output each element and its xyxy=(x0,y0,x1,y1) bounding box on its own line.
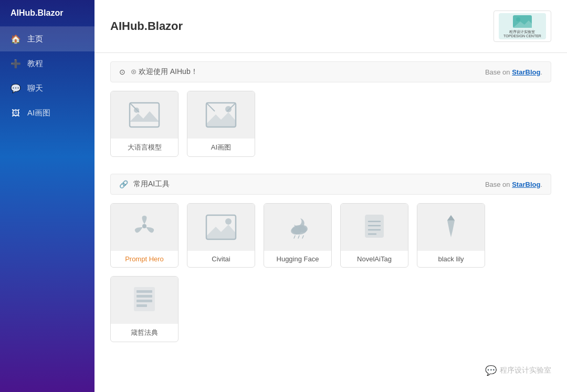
welcome-title: ⊙ ⊙ 欢迎使用 AIHub！ xyxy=(119,67,198,77)
svg-rect-3 xyxy=(130,103,159,127)
sidebar-item-tutorial[interactable]: ➕ 教程 xyxy=(0,51,94,76)
main-header: AIHub.Blazor 程序设计实验室TOPDESIGN CENTER xyxy=(94,0,567,53)
svg-line-21 xyxy=(302,236,303,238)
ai-draw-image-icon xyxy=(205,102,237,128)
sidebar-item-home-label: 主页 xyxy=(27,34,43,44)
svg-rect-33 xyxy=(136,304,147,307)
logo-svg xyxy=(512,14,533,29)
sidebar-item-ai-draw-label: AI画图 xyxy=(27,108,50,118)
card-llm-label: 大语言模型 xyxy=(125,139,164,156)
sidebar-title: AIHub.Blazor xyxy=(0,0,94,27)
black-lily-icon-area xyxy=(417,204,485,251)
logo-box: 程序设计实验室TOPDESIGN CENTER xyxy=(494,10,551,42)
sidebar-item-chat[interactable]: 💬 聊天 xyxy=(0,76,94,101)
svg-marker-4 xyxy=(130,111,159,122)
card-civitai[interactable]: Civitai xyxy=(187,203,255,268)
ai-tools-title: 🔗 常用AI工具 xyxy=(119,179,170,189)
hugging-face-icon-area xyxy=(264,204,331,251)
prompt-hero-icon-area xyxy=(111,204,178,251)
page-title: AIHub.Blazor xyxy=(110,19,183,33)
zhaozhe-icon-area xyxy=(111,277,178,324)
sidebar-item-chat-label: 聊天 xyxy=(27,83,43,93)
card-hugging-face[interactable]: Hugging Face xyxy=(264,203,332,268)
card-novel-ai-tag-label: NovelAiTag xyxy=(355,251,394,267)
card-civitai-label: Civitai xyxy=(209,251,232,267)
svg-line-20 xyxy=(298,236,299,238)
document-list-icon xyxy=(131,286,158,314)
welcome-section: ⊙ ⊙ 欢迎使用 AIHub！ Base on StarBlog. xyxy=(94,53,567,165)
ai-tools-section-header: 🔗 常用AI工具 Base on StarBlog. xyxy=(110,174,551,195)
card-black-lily[interactable]: black lily xyxy=(417,203,485,268)
sidebar: AIHub.Blazor 🏠 主页 ➕ 教程 💬 聊天 🖼 AI画图 xyxy=(0,0,94,392)
svg-rect-30 xyxy=(136,290,152,293)
card-prompt-hero[interactable]: Prompt Hero xyxy=(110,203,178,268)
civitai-icon-area xyxy=(187,204,255,251)
card-novel-ai-tag[interactable]: NovelAiTag xyxy=(340,203,408,268)
sidebar-item-home[interactable]: 🏠 主页 xyxy=(0,27,94,51)
sidebar-item-ai-draw[interactable]: 🖼 AI画图 xyxy=(0,101,94,125)
card-ai-draw-label: AI画图 xyxy=(209,139,233,156)
welcome-base: Base on StarBlog. xyxy=(485,68,542,76)
document-lines-icon xyxy=(361,213,387,241)
svg-rect-32 xyxy=(136,300,152,302)
llm-image-icon xyxy=(129,102,160,128)
welcome-section-header: ⊙ ⊙ 欢迎使用 AIHub！ Base on StarBlog. xyxy=(110,61,551,82)
cloud-moon-icon xyxy=(285,213,311,241)
plus-icon: ➕ xyxy=(10,59,21,69)
welcome-icon: ⊙ xyxy=(119,68,125,76)
tie-icon xyxy=(438,213,464,241)
svg-marker-14 xyxy=(206,225,236,239)
svg-marker-28 xyxy=(447,215,455,220)
svg-point-9 xyxy=(225,106,232,112)
card-prompt-hero-label: Prompt Hero xyxy=(123,251,166,267)
svg-rect-31 xyxy=(136,295,152,298)
novel-ai-tag-icon-area xyxy=(341,204,408,251)
chat-icon: 💬 xyxy=(10,83,21,93)
watermark: 💬 程序设计实验室 xyxy=(485,365,551,376)
card-black-lily-label: black lily xyxy=(436,251,466,267)
ai-tools-section: 🔗 常用AI工具 Base on StarBlog. xyxy=(94,165,567,351)
starblog-link-tools[interactable]: StarBlog xyxy=(512,181,540,188)
card-zhaozhe-label: 箴哲法典 xyxy=(129,324,160,342)
card-ai-draw[interactable]: AI画图 xyxy=(187,91,255,157)
sidebar-item-tutorial-label: 教程 xyxy=(27,59,43,69)
fan-icon xyxy=(131,213,158,241)
svg-marker-8 xyxy=(206,112,236,127)
home-icon: 🏠 xyxy=(10,34,21,44)
link-icon: 🔗 xyxy=(119,180,128,188)
ai-draw-icon: 🖼 xyxy=(10,109,21,118)
svg-point-15 xyxy=(225,218,232,225)
svg-line-10 xyxy=(206,103,215,111)
svg-line-19 xyxy=(294,236,295,238)
card-hugging-face-label: Hugging Face xyxy=(275,251,321,267)
ai-tools-cards: Prompt Hero Civitai xyxy=(110,203,551,342)
svg-point-1 xyxy=(516,17,520,22)
card-llm-icon-area xyxy=(111,91,178,139)
main-content: AIHub.Blazor 程序设计实验室TOPDESIGN CENTER ⊙ ⊙… xyxy=(94,0,567,392)
civitai-image-icon xyxy=(205,214,237,240)
watermark-text: 程序设计实验室 xyxy=(500,366,551,375)
logo-text: 程序设计实验室TOPDESIGN CENTER xyxy=(503,30,541,39)
watermark-icon: 💬 xyxy=(485,365,497,376)
logo-inner: 程序设计实验室TOPDESIGN CENTER xyxy=(499,13,546,39)
welcome-cards: 大语言模型 AI画图 xyxy=(110,91,551,157)
starblog-link-welcome[interactable]: StarBlog xyxy=(512,68,540,76)
card-ai-draw-icon-area xyxy=(187,91,255,139)
card-llm[interactable]: 大语言模型 xyxy=(110,91,178,157)
ai-tools-base: Base on StarBlog. xyxy=(485,181,542,188)
svg-point-12 xyxy=(142,224,146,228)
card-zhaozhe[interactable]: 箴哲法典 xyxy=(110,276,178,342)
